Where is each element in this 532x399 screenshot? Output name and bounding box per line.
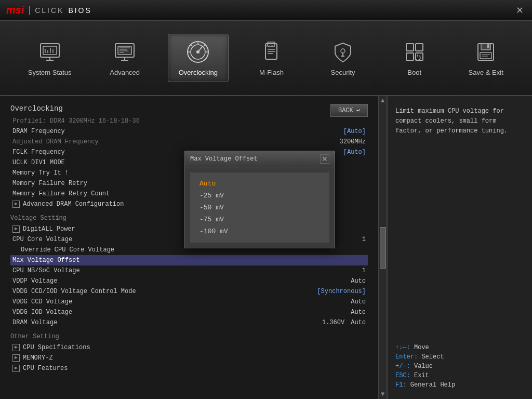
back-button[interactable]: BACK ↩ (330, 104, 368, 117)
setting-vddg-iod[interactable]: VDDG IOD Voltage Auto (10, 307, 368, 317)
shortcut-select-desc: Select (418, 353, 444, 361)
help-text: Limit maximum CPU voltage for compact co… (395, 107, 524, 137)
cpu-features-label: CPU Features (23, 365, 68, 372)
cpu-nb-soc-label: CPU NB/SoC Voltage (12, 267, 362, 274)
dram-v-value2: 1.360V (322, 319, 344, 326)
vddg-ccd-iod-label: VDDG CCD/IOD Voltage Control Mode (12, 288, 317, 295)
adv-dram-config-label: Advanced DRAM Configuration (23, 201, 124, 208)
msi-logo: msi (6, 4, 24, 16)
modal-title: Max Voltage Offset (190, 155, 258, 163)
shortcut-exit-key: ESC: (395, 372, 410, 379)
vddg-iod-value: Auto (351, 309, 366, 316)
setting-cpu-nb-soc[interactable]: CPU NB/SoC Voltage 1 (10, 265, 368, 276)
shortcut-help-desc: General Help (407, 381, 456, 389)
setting-vddp[interactable]: VDDP Voltage Auto (10, 276, 368, 286)
shortcut-value-key: +/-: (395, 363, 410, 370)
scroll-down-arrow[interactable]: ▼ (381, 391, 384, 398)
setting-vddg-ccd[interactable]: VDDG CCD Voltage Auto (10, 297, 368, 307)
setting-memory-z[interactable]: ▶ MEMORY-Z (10, 353, 368, 363)
nav-advanced[interactable]: Advanced (96, 34, 153, 82)
modal-body: Auto -25 mV -50 mV -75 mV -100 mV (190, 172, 329, 243)
scroll-up-arrow[interactable]: ▲ (381, 97, 384, 104)
scroll-thumb[interactable] (380, 227, 386, 269)
shortcut-move: ↑↓↔: Move (395, 344, 524, 351)
overclocking-icon (185, 39, 210, 64)
nav-overclocking-label: Overclocking (179, 69, 218, 76)
nav-security[interactable]: Security (314, 34, 371, 82)
mflash-icon: BIOS (259, 39, 284, 64)
vddp-label: VDDP Voltage (12, 277, 351, 285)
shortcut-value: +/-: Value (395, 363, 524, 370)
nav-system-status[interactable]: System Status (18, 34, 82, 82)
cpu-core-v-value: 1 (362, 236, 366, 243)
adj-dram-label: Adjusted DRAM Frequency (12, 138, 340, 145)
save-exit-icon (473, 39, 498, 64)
dropdown-option-100mv[interactable]: -100 mV (195, 225, 324, 237)
dram-freq-value: [Auto] (343, 128, 366, 135)
dropdown-option-25mv[interactable]: -25 mV (195, 190, 324, 202)
nav-system-status-label: System Status (28, 69, 72, 76)
shortcut-exit: ESC: Exit (395, 372, 524, 379)
cpu-features-expand-icon: ▶ (12, 365, 20, 372)
fclk-value: [Auto] (343, 149, 366, 156)
dropdown-option-auto[interactable]: Auto (195, 178, 324, 190)
svg-line-26 (204, 45, 205, 46)
svg-rect-38 (406, 53, 414, 60)
adv-dram-expand-icon: ▶ (12, 201, 20, 208)
svg-rect-10 (118, 46, 131, 55)
setting-max-v-offset[interactable]: Max Voltage Offset (10, 255, 368, 265)
other-section-header: Other Setting (10, 333, 368, 340)
modal-titlebar: Max Voltage Offset ✕ (185, 151, 335, 167)
setting-adj-dram: Adjusted DRAM Frequency 3200MHz (10, 137, 368, 147)
close-button[interactable]: ✕ (513, 4, 526, 17)
nav-security-label: Security (331, 69, 355, 76)
nav-overclocking[interactable]: Overclocking (168, 34, 229, 82)
cpu-spec-expandable: ▶ CPU Specifications (12, 344, 90, 351)
nav-advanced-label: Advanced (110, 69, 140, 76)
modal-close-button[interactable]: ✕ (320, 154, 329, 164)
shortcut-exit-desc: Exit (410, 372, 429, 379)
shortcut-value-desc: Value (410, 363, 433, 370)
svg-rect-44 (480, 52, 491, 59)
setting-dram-v[interactable]: DRAM Voltage 1.360V Auto (10, 317, 368, 328)
digitall-expandable: ▶ DigitALL Power (12, 225, 75, 233)
nav-boot[interactable]: Boot (386, 34, 443, 82)
nav-save-exit-label: Save & Exit (469, 69, 503, 76)
vddg-iod-label: VDDG IOD Voltage (12, 309, 351, 316)
setting-vddg-ccd-iod[interactable]: VDDG CCD/IOD Voltage Control Mode [Synch… (10, 286, 368, 297)
setting-profile: Profile1: DDR4 3200MHz 16-18-18-36 (10, 116, 368, 126)
title-bar: msi | CLICK BIOS ✕ (0, 0, 532, 21)
setting-cpu-spec[interactable]: ▶ CPU Specifications (10, 342, 368, 353)
setting-dram-freq[interactable]: DRAM Frequency [Auto] (10, 126, 368, 137)
bios-label: BIOS (68, 6, 91, 15)
setting-cpu-features[interactable]: ▶ CPU Features (10, 363, 368, 374)
svg-text:BIOS: BIOS (266, 44, 275, 48)
nav-save-exit[interactable]: Save & Exit (457, 34, 514, 82)
dropdown-modal: Max Voltage Offset ✕ Auto -25 mV -50 mV … (184, 151, 335, 248)
dropdown-option-50mv[interactable]: -50 mV (195, 202, 324, 214)
shortcut-select: Enter: Select (395, 353, 524, 361)
svg-rect-37 (416, 44, 423, 51)
nav-boot-label: Boot (407, 69, 421, 76)
svg-line-21 (198, 47, 202, 52)
dropdown-option-75mv[interactable]: -75 mV (195, 214, 324, 225)
cpu-features-expandable: ▶ CPU Features (12, 365, 68, 372)
cpu-nb-soc-value: 1 (362, 267, 366, 274)
memory-z-expand-icon: ▶ (12, 354, 20, 362)
boot-icon (402, 39, 427, 64)
shortcut-move-desc: Move (410, 344, 429, 351)
svg-line-25 (191, 45, 192, 46)
shortcut-move-key: ↑↓↔: (395, 344, 410, 351)
cpu-spec-expand-icon: ▶ (12, 344, 20, 351)
nav-mflash[interactable]: BIOS M-Flash (243, 34, 300, 82)
svg-rect-43 (487, 44, 489, 48)
adj-dram-value: 3200MHz (340, 138, 366, 145)
nav-bar: System Status Advanced (0, 21, 532, 96)
memory-z-expandable: ▶ MEMORY-Z (12, 354, 53, 362)
system-status-icon (37, 39, 62, 64)
scrollbar[interactable]: ▲ ▼ (378, 96, 387, 399)
section-title: Overclocking (10, 104, 63, 113)
vddg-ccd-value: Auto (351, 298, 366, 305)
svg-rect-36 (406, 44, 414, 51)
click-label: CLICK (35, 6, 64, 15)
